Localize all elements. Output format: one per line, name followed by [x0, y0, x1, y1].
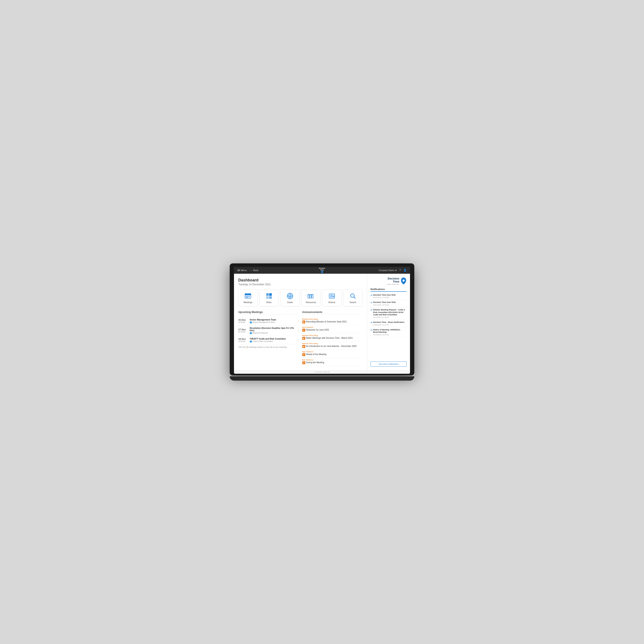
svg-rect-11	[266, 296, 269, 299]
svg-rect-4	[246, 296, 247, 297]
meeting-time-3: at 09:00	[238, 340, 248, 342]
goals-label: Goals	[287, 301, 293, 304]
dashboard-title: Dashboard	[238, 278, 363, 283]
notifications-footer: View More Notifications	[371, 360, 407, 367]
search-label: Search	[349, 301, 356, 304]
back-button[interactable]: ← Back	[250, 269, 259, 272]
meetings-button[interactable]: Meetings	[238, 289, 258, 306]
laptop-body: Menu ← Back DecisionTime	[230, 263, 414, 375]
meeting-item-1[interactable]: 15 Dec at 09:00 Senior Management Team 👥…	[238, 317, 299, 325]
svg-rect-8	[247, 297, 248, 298]
goals-button[interactable]: Goals	[280, 289, 300, 306]
ann-icon-5: ★	[302, 353, 305, 356]
icon-grid: Meetings	[238, 289, 363, 306]
user-menu-button[interactable]: 👤	[403, 269, 407, 272]
notif-content-5: Notice of Meeting: 30/09/2021 - Board Me…	[373, 329, 407, 336]
resources-icon	[307, 292, 315, 300]
envelope-icon-2: ✉	[371, 301, 372, 304]
meeting-item-2[interactable]: 17 Dec at 16:00 Resolution (Decision Dea…	[238, 325, 299, 336]
notif-time-5: 31/08/2021 16:20:08	[373, 334, 407, 336]
ann-title-4: An introduction to our new features - De…	[306, 345, 357, 348]
search-button[interactable]: Search	[343, 289, 363, 306]
ann-content-3: ▶ Better Meetings with Decision Time - M…	[302, 337, 363, 340]
risks-button[interactable]: Risks	[259, 289, 279, 306]
ann-content-5: ★ Ahead of the Meeting	[302, 353, 363, 356]
main-content: Dashboard Tuesday 14 December 2021	[234, 274, 410, 370]
logo-circle	[321, 271, 323, 273]
svg-rect-12	[269, 296, 272, 299]
announcement-item-5[interactable]: New Features ★ Ahead of the Meeting	[302, 349, 363, 358]
ann-content-6: ★ During the Meeting	[302, 361, 363, 364]
ann-icon-4: ▶	[302, 345, 305, 348]
view-more-button[interactable]: View More Notifications	[371, 361, 407, 367]
meetings-label: Meetings	[244, 301, 252, 304]
envelope-icon-5: ✉	[371, 329, 372, 331]
ann-icon-3: ▶	[302, 337, 305, 340]
resources-label: Resources	[306, 301, 316, 304]
notif-header-5: ✉ Notice of Meeting: 30/09/2021 - Board …	[371, 329, 407, 336]
notif-title-5: Notice of Meeting: 30/09/2021 - Board Me…	[373, 329, 407, 334]
menu-label: Menu	[241, 269, 247, 272]
notif-content-1: Decision Time User Role 06/12/2021 11:09…	[373, 294, 396, 299]
meeting-info-3: *DRAFT* Audit and Risk Committee 👥 Audit…	[250, 338, 296, 342]
notification-item-1[interactable]: ✉ Decision Time User Role 06/12/2021 11:…	[371, 293, 407, 300]
menu-button[interactable]: Menu	[237, 269, 247, 272]
notif-time-4: 16/09/2021 13:37:56	[373, 324, 404, 326]
switch-icon[interactable]: ⇄	[395, 269, 397, 272]
ann-content-4: ▶ An introduction to our new features - …	[302, 345, 363, 348]
ann-icon-2: ★	[302, 329, 305, 332]
ann-title-1: Recording Minutes & Outcomes Sept 2021	[306, 320, 347, 323]
meeting-date-1: 15 Dec at 09:00	[238, 319, 248, 323]
actions-button[interactable]: Actions	[322, 289, 342, 306]
logo-text-block: DecisionTime See. Know. Do.	[387, 277, 399, 285]
announcement-item-2[interactable]: New Features ★ Released 1st June 2021	[302, 325, 363, 333]
ann-type-2: New Features	[302, 326, 363, 328]
help-button[interactable]: ?	[399, 269, 401, 272]
notification-item-2[interactable]: ✉ Decision Time User Role 29/11/2021 16:…	[371, 300, 407, 307]
laptop-wrapper: Menu ← Back DecisionTime	[230, 263, 414, 381]
meeting-subtitle-2: 👥 Board of Directors	[250, 332, 296, 334]
svg-rect-21	[312, 295, 313, 295]
meetings-footer: Click the 📋 Meetings button to view all …	[238, 346, 299, 348]
svg-rect-20	[310, 295, 311, 295]
notifications-panel: DecisionTime See. Know. Do. Notific	[367, 274, 410, 370]
actions-label: Actions	[328, 301, 336, 304]
announcement-item-3[interactable]: Webinar Recording ▶ Better Meetings with…	[302, 333, 363, 341]
nav-right: Company Name ⇄ ? 👤	[379, 269, 407, 272]
risks-label: Risks	[266, 301, 272, 304]
notif-time-3: 29/11/2021 07:08:02	[373, 316, 407, 318]
svg-rect-2	[246, 293, 246, 294]
ann-content-2: ★ Released 1st June 2021	[302, 328, 363, 332]
notification-item-4[interactable]: ✉ Decision Time - Share Notification 16/…	[371, 320, 407, 327]
upcoming-meetings-section: Upcoming Meetings 15 Dec at 09:00 Senior…	[238, 311, 299, 366]
meeting-date-2: 17 Dec at 16:00	[238, 328, 248, 333]
svg-rect-7	[246, 297, 247, 298]
notif-header-1: ✉ Decision Time User Role 06/12/2021 11:…	[371, 294, 407, 299]
notification-item-3[interactable]: ✉ Release Meeting Request - Audit & Risk…	[371, 307, 407, 320]
goals-icon	[286, 292, 294, 300]
meeting-date-3: 19 Dec at 09:00	[238, 338, 248, 342]
meeting-arrow-1: ›	[298, 319, 299, 322]
announcement-item-4[interactable]: Webinar Recording ▶ An introduction to o…	[302, 341, 363, 349]
svg-rect-5	[247, 296, 248, 297]
notifications-title: Notifications	[371, 288, 407, 292]
nav-logo: DecisionTime	[319, 267, 325, 273]
notif-time-2: 29/11/2021 16:52:28	[373, 304, 396, 306]
dashboard-date: Tuesday 14 December 2021	[238, 283, 363, 286]
ann-type-6: New Features	[302, 359, 363, 361]
envelope-icon-3: ✉	[371, 309, 372, 311]
decision-time-logo-icon	[401, 277, 407, 285]
actions-icon	[328, 292, 336, 300]
notif-header-2: ✉ Decision Time User Role 29/11/2021 16:…	[371, 301, 407, 306]
notification-item-5[interactable]: ✉ Notice of Meeting: 30/09/2021 - Board …	[371, 327, 407, 337]
meeting-item-3[interactable]: 19 Dec at 09:00 *DRAFT* Audit and Risk C…	[238, 336, 299, 344]
announcement-item-1[interactable]: Webinar Recording ▶ Recording Minutes & …	[302, 317, 363, 325]
laptop-screen: Menu ← Back DecisionTime	[234, 267, 410, 374]
svg-rect-10	[269, 293, 272, 296]
meeting-subtitle-3: 👥 Audit & Risk Committee	[250, 340, 296, 342]
resources-button[interactable]: Resources	[301, 289, 320, 306]
ann-title-3: Better Meetings with Decision Time - Mar…	[306, 337, 353, 339]
announcement-item-6[interactable]: New Features ★ During the Meeting	[302, 358, 363, 366]
notif-content-4: Decision Time - Share Notification 16/09…	[373, 321, 404, 326]
notifications-logo: DecisionTime See. Know. Do.	[371, 277, 407, 285]
